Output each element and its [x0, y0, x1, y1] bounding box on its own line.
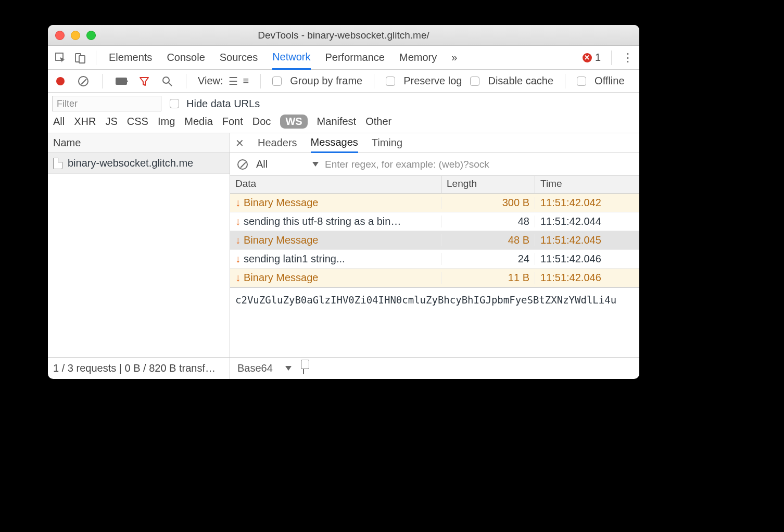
panel-tabs: Elements Console Sources Network Perform…: [109, 46, 457, 69]
message-text: sending this utf-8 string as a bin…: [244, 216, 401, 227]
error-count-value: 1: [595, 52, 601, 64]
message-text: Binary Message: [244, 197, 318, 209]
tab-network[interactable]: Network: [272, 46, 310, 70]
type-xhr[interactable]: XHR: [74, 116, 96, 128]
message-time: 11:51:42.044: [535, 216, 639, 227]
messages-filter-row: All: [230, 153, 639, 176]
detail-tab-messages[interactable]: Messages: [311, 134, 358, 153]
message-row[interactable]: ↓sending latin1 string...2411:51:42.046: [230, 250, 639, 269]
arrow-down-icon: ↓: [235, 216, 241, 227]
message-time: 11:51:42.046: [535, 272, 639, 284]
detail-tab-headers[interactable]: Headers: [258, 133, 297, 153]
request-type-filter: All XHR JS CSS Img Media Font Doc WS Man…: [48, 111, 639, 133]
messages-header: Data Length Time: [230, 176, 639, 194]
view-label: View:: [198, 75, 223, 87]
separator: [260, 74, 261, 88]
type-img[interactable]: Img: [158, 116, 175, 128]
message-row[interactable]: ↓Binary Message11 B11:51:42.046: [230, 269, 639, 287]
message-text: Binary Message: [244, 234, 318, 246]
request-name: binary-websocket.glitch.me: [68, 157, 193, 169]
tab-sources[interactable]: Sources: [220, 46, 258, 69]
type-font[interactable]: Font: [222, 116, 243, 128]
filter-icon[interactable]: [137, 74, 151, 88]
filter-placeholder: Filter: [57, 98, 78, 109]
separator: [186, 74, 186, 88]
window-title: DevTools - binary-websocket.glitch.me/: [48, 30, 639, 41]
error-count[interactable]: ✕ 1: [583, 52, 601, 64]
message-row[interactable]: ↓Binary Message48 B11:51:42.045: [230, 231, 639, 250]
message-type-select[interactable]: All: [256, 158, 319, 170]
svg-point-3: [163, 77, 169, 83]
clear-icon[interactable]: [76, 74, 91, 88]
arrow-down-icon: ↓: [235, 272, 241, 284]
message-length: 48: [441, 216, 535, 227]
arrow-down-icon: ↓: [235, 197, 241, 209]
error-icon: ✕: [583, 53, 592, 62]
offline-checkbox[interactable]: Offline: [577, 75, 624, 87]
message-regex-input[interactable]: [325, 157, 634, 172]
type-doc[interactable]: Doc: [252, 116, 271, 128]
tab-performance[interactable]: Performance: [325, 46, 385, 69]
more-menu-icon[interactable]: ⋮: [622, 51, 634, 65]
small-rows-icon[interactable]: ≡: [243, 75, 249, 87]
name-column-header[interactable]: Name: [48, 133, 230, 153]
large-rows-icon[interactable]: ☰: [229, 75, 238, 87]
message-time: 11:51:42.045: [535, 234, 639, 246]
disable-cache-checkbox[interactable]: Disable cache: [470, 75, 553, 87]
message-length: 24: [441, 253, 535, 265]
tab-elements[interactable]: Elements: [109, 46, 152, 69]
messages-list: ↓Binary Message300 B11:51:42.042↓sending…: [230, 194, 639, 287]
minimize-window-button[interactable]: [71, 31, 80, 40]
encoding-select[interactable]: Base64: [237, 362, 292, 374]
capture-screenshot-icon[interactable]: [114, 74, 129, 88]
detail-pane: ✕ Headers Messages Timing All Data Lengt…: [230, 133, 639, 357]
svg-line-4: [169, 83, 172, 86]
maximize-window-button[interactable]: [86, 31, 96, 40]
separator: [102, 74, 103, 88]
record-button[interactable]: [53, 74, 68, 88]
col-length[interactable]: Length: [441, 176, 535, 193]
devtools-window: DevTools - binary-websocket.glitch.me/ E…: [48, 25, 639, 379]
type-other[interactable]: Other: [365, 116, 391, 128]
request-status: 1 / 3 requests | 0 B / 820 B transf…: [48, 358, 230, 379]
preserve-log-checkbox[interactable]: Preserve log: [386, 75, 462, 87]
message-time: 11:51:42.042: [535, 197, 639, 209]
toggle-device-icon[interactable]: [73, 50, 87, 65]
filter-input[interactable]: Filter: [52, 96, 161, 111]
message-text: Binary Message: [244, 272, 318, 284]
close-detail-icon[interactable]: ✕: [235, 137, 244, 149]
search-icon[interactable]: [160, 74, 174, 88]
message-time: 11:51:42.046: [535, 253, 639, 265]
message-length: 48 B: [441, 234, 535, 246]
separator: [611, 50, 612, 65]
clear-messages-icon[interactable]: [235, 157, 250, 172]
tab-console[interactable]: Console: [167, 46, 205, 69]
main-tabbar: Elements Console Sources Network Perform…: [48, 46, 639, 70]
hide-data-urls-checkbox[interactable]: Hide data URLs: [170, 98, 260, 110]
message-length: 300 B: [441, 197, 535, 209]
traffic-lights: [55, 31, 96, 40]
separator: [374, 74, 374, 88]
type-ws[interactable]: WS: [280, 115, 307, 129]
close-window-button[interactable]: [55, 31, 65, 40]
type-css[interactable]: CSS: [127, 116, 148, 128]
type-js[interactable]: JS: [105, 116, 117, 128]
message-row[interactable]: ↓Binary Message300 B11:51:42.042: [230, 194, 639, 212]
detail-tab-timing[interactable]: Timing: [372, 133, 402, 153]
arrow-down-icon: ↓: [235, 253, 241, 265]
col-data[interactable]: Data: [230, 176, 441, 193]
titlebar: DevTools - binary-websocket.glitch.me/: [48, 25, 639, 46]
request-row[interactable]: binary-websocket.glitch.me: [48, 153, 230, 174]
tab-overflow-chevron[interactable]: »: [451, 46, 457, 69]
dropdown-icon: [312, 162, 319, 167]
inspect-element-icon[interactable]: [53, 50, 68, 65]
message-row[interactable]: ↓sending this utf-8 string as a bin…4811…: [230, 212, 639, 231]
col-time[interactable]: Time: [535, 176, 639, 193]
copy-icon[interactable]: [303, 362, 304, 374]
file-icon: [53, 158, 62, 169]
type-all[interactable]: All: [53, 116, 65, 128]
type-media[interactable]: Media: [184, 116, 212, 128]
tab-memory[interactable]: Memory: [399, 46, 437, 69]
group-by-frame-checkbox[interactable]: Group by frame: [272, 75, 362, 87]
type-manifest[interactable]: Manifest: [317, 116, 357, 128]
